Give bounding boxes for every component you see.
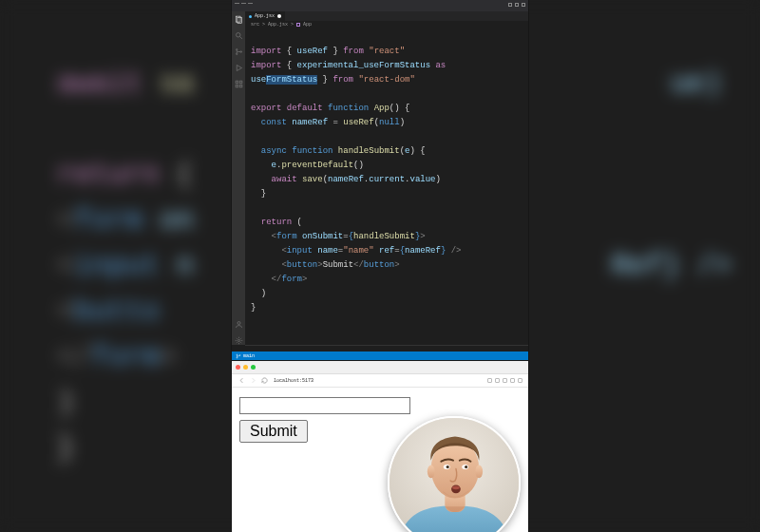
address-bar[interactable]: localhost:5173 bbox=[274, 378, 314, 384]
code-editor[interactable]: import { useRef } from "react" import { … bbox=[245, 28, 528, 345]
svg-point-25 bbox=[465, 466, 467, 468]
svg-marker-7 bbox=[237, 66, 241, 71]
svg-point-4 bbox=[236, 49, 238, 51]
debug-icon[interactable] bbox=[235, 64, 243, 72]
window-controls[interactable] bbox=[236, 365, 256, 370]
extension-icons bbox=[487, 378, 522, 383]
breadcrumb-file: App.jsx bbox=[268, 22, 288, 28]
svg-line-3 bbox=[239, 37, 241, 39]
svg-point-5 bbox=[236, 53, 238, 55]
extensions-icon[interactable] bbox=[235, 80, 243, 88]
svg-point-21 bbox=[475, 466, 483, 479]
source-control-icon[interactable] bbox=[235, 48, 243, 56]
activity-bar bbox=[232, 11, 245, 345]
search-icon[interactable] bbox=[235, 31, 243, 40]
svg-point-20 bbox=[428, 466, 435, 479]
vscode-window: App.jsx src > App.jsx > App import { use… bbox=[232, 0, 528, 361]
phone-overlay-column: App.jsx src > App.jsx > App import { use… bbox=[232, 0, 528, 532]
browser-window: localhost:5173 Submit bbox=[232, 361, 528, 532]
back-icon[interactable] bbox=[238, 377, 245, 385]
git-branch-icon[interactable]: main bbox=[236, 353, 255, 359]
ext-icon[interactable] bbox=[510, 378, 515, 383]
name-input[interactable] bbox=[239, 397, 410, 414]
react-file-icon bbox=[249, 15, 252, 18]
forward-icon[interactable] bbox=[249, 377, 256, 385]
minimize-icon[interactable] bbox=[243, 365, 248, 370]
files-icon[interactable] bbox=[235, 15, 243, 24]
svg-rect-8 bbox=[236, 81, 238, 84]
ext-icon[interactable] bbox=[503, 378, 507, 383]
ext-icon[interactable] bbox=[487, 378, 492, 383]
breadcrumb-symbol: App bbox=[303, 22, 312, 28]
ext-icon[interactable] bbox=[518, 378, 522, 383]
ext-icon[interactable] bbox=[495, 378, 500, 383]
svg-point-12 bbox=[238, 322, 240, 325]
svg-point-15 bbox=[237, 357, 238, 358]
close-icon[interactable] bbox=[236, 365, 240, 370]
svg-point-2 bbox=[236, 33, 240, 38]
breadcrumb-src: src bbox=[251, 22, 259, 28]
gear-icon[interactable] bbox=[235, 336, 243, 345]
svg-point-6 bbox=[240, 51, 242, 53]
browser-toolbar: localhost:5173 bbox=[232, 374, 528, 388]
svg-point-27 bbox=[452, 485, 460, 489]
reload-icon[interactable] bbox=[260, 377, 268, 385]
tab-label: App.jsx bbox=[255, 13, 275, 19]
svg-rect-9 bbox=[239, 81, 242, 84]
svg-rect-10 bbox=[236, 85, 238, 87]
browser-tab-strip bbox=[232, 361, 528, 374]
svg-point-14 bbox=[237, 354, 238, 355]
tab-modified-indicator[interactable] bbox=[277, 14, 281, 18]
webcam-face-overlay bbox=[388, 416, 521, 532]
window-title-bar bbox=[232, 0, 528, 11]
bottom-panel-tabs bbox=[245, 345, 528, 352]
symbol-icon bbox=[296, 23, 300, 27]
svg-point-23 bbox=[446, 466, 449, 468]
account-icon[interactable] bbox=[235, 320, 243, 329]
submit-button[interactable]: Submit bbox=[239, 420, 308, 443]
svg-rect-11 bbox=[239, 85, 242, 87]
browser-viewport: Submit bbox=[232, 388, 528, 532]
breadcrumb[interactable]: src > App.jsx > App bbox=[245, 21, 528, 28]
maximize-icon[interactable] bbox=[251, 365, 256, 370]
tab-app-jsx[interactable]: App.jsx bbox=[245, 11, 285, 21]
editor-tabs: App.jsx bbox=[245, 11, 528, 21]
status-bar: main bbox=[232, 352, 528, 360]
svg-point-13 bbox=[238, 339, 239, 341]
